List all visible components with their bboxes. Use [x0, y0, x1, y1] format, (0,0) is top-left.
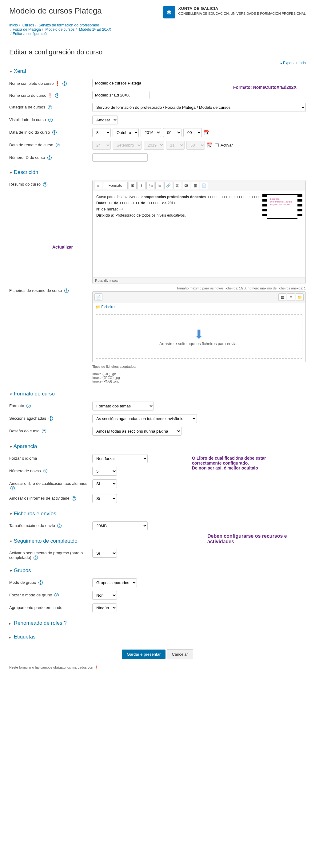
editor-italic-icon[interactable]: I [138, 182, 145, 189]
help-icon[interactable]: ? [62, 82, 67, 86]
help-icon[interactable]: ? [72, 496, 76, 500]
cancel-button[interactable]: Cancelar [167, 649, 193, 659]
crumb-cursos[interactable]: Cursos [23, 23, 34, 27]
editor-unlink-icon[interactable]: ⛓ [173, 182, 181, 189]
editor-bold-icon[interactable]: B [128, 182, 137, 189]
help-icon[interactable]: ? [38, 581, 43, 585]
label-formato: Formato [9, 403, 24, 408]
select-activar-seguimento[interactable]: Si [92, 549, 117, 558]
checkbox-activar-remate[interactable] [215, 143, 219, 147]
help-icon[interactable]: ? [56, 143, 60, 147]
crumb-editar[interactable]: Editar a configuración [12, 32, 48, 36]
file-type-gif: Imaxe (GIF) .gif [92, 372, 306, 376]
rich-text-editor: ≡ Formato B I ⋮≡ ⁝≡ 🔗 ⛓ 🖼 ▦ 📄 Curso para… [92, 180, 306, 284]
help-icon[interactable]: ? [48, 118, 53, 122]
section-roles[interactable]: ▸ Renomeado de roles ? [9, 620, 306, 626]
section-grupos[interactable]: ▼ Grupos [9, 567, 306, 574]
select-modo-grupo[interactable]: Grupos separados [92, 578, 137, 587]
expand-all-link[interactable]: Expandir todo [9, 61, 306, 65]
label-visibilidade: Visibilidade do curso [9, 117, 46, 122]
editor-content-area[interactable]: Curso para desenvolver as competencias p… [93, 191, 306, 277]
help-icon[interactable]: ? [47, 155, 52, 160]
help-icon[interactable]: ? [33, 556, 38, 560]
editor-format-select[interactable]: Formato [103, 182, 128, 189]
calendar-icon[interactable]: 📅 [204, 130, 210, 135]
file-type-png: Imaxe (PNG) .png [92, 379, 306, 383]
section-ficheiros[interactable]: ▼ Ficheiros e envíos [9, 511, 306, 517]
help-icon[interactable]: ? [54, 593, 59, 597]
help-icon[interactable]: ? [10, 486, 15, 490]
calendar-icon[interactable]: 📅 [207, 142, 213, 148]
editor-ol-icon[interactable]: ⁝≡ [155, 182, 163, 189]
save-button[interactable]: Gardar e presentar [122, 650, 166, 659]
select-inicio-min[interactable]: 00 [183, 128, 202, 137]
select-inicio-month[interactable]: Outubro [113, 128, 139, 137]
help-icon[interactable]: ? [42, 429, 46, 433]
editor-image-icon[interactable]: 🖼 [182, 182, 190, 189]
label-nome-completo: Nome completo do curso [9, 81, 54, 86]
editor-media-icon[interactable]: ▦ [191, 182, 199, 189]
label-data-remate: Data de remate do curso [9, 143, 53, 147]
select-deseno[interactable]: Amosar todas as seccións nunha páxina [92, 427, 181, 436]
select-amosar-informes[interactable]: Si [92, 494, 117, 503]
input-nome-curto[interactable] [92, 91, 149, 99]
crumb-inicio[interactable]: Inicio [9, 23, 18, 27]
label-modo-grupo: Modo de grupo [9, 580, 36, 585]
help-icon[interactable]: ? [48, 105, 52, 110]
select-inicio-year[interactable]: 2016 [141, 128, 161, 137]
help-icon[interactable]: ? [52, 130, 57, 134]
help-icon[interactable]: ? [26, 404, 31, 408]
help-icon[interactable]: ? [64, 288, 68, 293]
select-forzar-grupo[interactable]: Non [92, 591, 117, 600]
crumb-edicion[interactable]: Modelo 1ª Ed 20XX [79, 27, 111, 32]
label-forzar-idioma: Forzar o idioma [9, 456, 37, 461]
view-tree-icon[interactable]: 📁 [296, 293, 304, 301]
editor-menu-icon[interactable]: ≡ [94, 182, 102, 189]
form-footer: Neste formulario hai campos obrigatorios… [9, 665, 306, 670]
help-icon[interactable]: ? [43, 469, 47, 473]
file-drop-zone[interactable]: ⬇ Arrastre e solte aquí os ficheiros par… [96, 314, 303, 359]
help-icon[interactable]: ? [43, 182, 47, 186]
select-amosar-libro[interactable]: Si [92, 479, 117, 488]
file-add-icon[interactable]: 📄 [94, 293, 103, 301]
select-inicio-day[interactable]: 8 [92, 128, 111, 137]
crumb-modelo[interactable]: Modelo de cursos [45, 27, 75, 32]
help-icon[interactable]: ? [49, 416, 53, 421]
crumb-forxa[interactable]: Forxa de Platega [12, 27, 40, 32]
view-grid-icon[interactable]: ▦ [278, 293, 286, 301]
section-etiquetas[interactable]: ▸ Etiquetas [9, 634, 306, 640]
crumb-servizo[interactable]: Servizo de formación do profesorado [38, 23, 99, 27]
label-agrupamento: Agrupamento predeterminado: [9, 605, 63, 610]
label-activar: Activar [221, 143, 233, 148]
org-logo-block: ✱ XUNTA DE GALICIA CONSELLERÍA DE EDUCAC… [163, 6, 306, 19]
section-formato[interactable]: ▼ Formato do curso [9, 391, 306, 397]
editor-ul-icon[interactable]: ⋮≡ [146, 182, 154, 189]
section-aparencia[interactable]: ▼ Aparencia [9, 443, 306, 450]
select-agrupamento[interactable]: Ningún [92, 603, 117, 612]
select-visibilidade[interactable]: Amosar [92, 116, 118, 124]
input-numero-id[interactable] [92, 153, 148, 162]
view-list-icon[interactable]: ≡ [287, 293, 295, 301]
select-inicio-hour[interactable]: 00 [163, 128, 181, 137]
file-tree-root[interactable]: 📁 Ficheiros [93, 303, 306, 311]
help-icon[interactable]: ? [55, 93, 59, 98]
label-seccions-agachadas: Seccións agachadas [9, 416, 46, 421]
input-nome-completo[interactable] [92, 79, 215, 87]
section-descricion[interactable]: ▼ Descrición [9, 169, 306, 176]
annotation-formato-nome: Formato: NomeCurtoXªEd202X [233, 85, 296, 90]
editor-link-icon[interactable]: 🔗 [164, 182, 172, 189]
label-data-inicio: Data de inicio do curso [9, 130, 50, 134]
select-tamano-max[interactable]: 20MB [92, 521, 148, 530]
label-numero-id: Número ID do curso [9, 155, 45, 160]
select-formato[interactable]: Formato dos temas [92, 402, 154, 410]
help-icon[interactable]: ? [64, 620, 66, 626]
label-nome-curto: Nome curto do curso [9, 93, 47, 98]
help-icon[interactable]: ? [57, 524, 61, 528]
select-num-novas[interactable]: 5 [92, 467, 117, 476]
editor-file-icon[interactable]: 📄 [200, 182, 208, 189]
select-forzar-idioma[interactable]: Non forzar [92, 454, 148, 463]
select-seccions-agachadas[interactable]: As seccións agachadas son totalmente inv… [92, 414, 197, 423]
section-xeral[interactable]: ▼ Xeral [9, 68, 306, 74]
label-amosar-informes: Amosar os informes de actividade [9, 496, 69, 500]
select-categoria[interactable]: Servizo de formación do profesorado / Fo… [92, 103, 306, 112]
